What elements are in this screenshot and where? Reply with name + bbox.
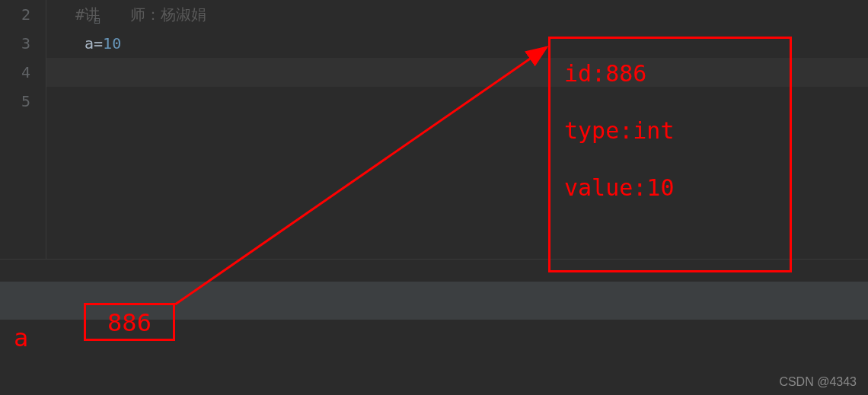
comment-text: #讲 师：杨淑娟 bbox=[62, 5, 206, 24]
number-literal: 10 bbox=[103, 34, 121, 53]
annotation-id-box: 886 bbox=[84, 303, 175, 341]
line-number: 3 bbox=[0, 29, 46, 58]
fold-icon[interactable]: ⊟ bbox=[94, 6, 106, 18]
annotation-variable-label: a bbox=[14, 323, 28, 352]
line-number: 4 bbox=[0, 58, 46, 87]
annotation-detail-box: id:886 type:int value:10 bbox=[548, 37, 792, 272]
watermark: CSDN @4343 bbox=[779, 375, 857, 389]
line-number: 5 bbox=[0, 87, 46, 116]
annotation-id-line: id:886 bbox=[564, 60, 776, 87]
annotation-type-line: type:int bbox=[564, 117, 776, 144]
annotation-value-line: value:10 bbox=[564, 174, 776, 201]
assign-operator: = bbox=[94, 34, 103, 53]
code-line-2[interactable]: ⊟ #讲 师：杨淑娟 bbox=[46, 0, 868, 29]
variable-name: a bbox=[85, 34, 94, 53]
line-number: 2 bbox=[0, 0, 46, 29]
